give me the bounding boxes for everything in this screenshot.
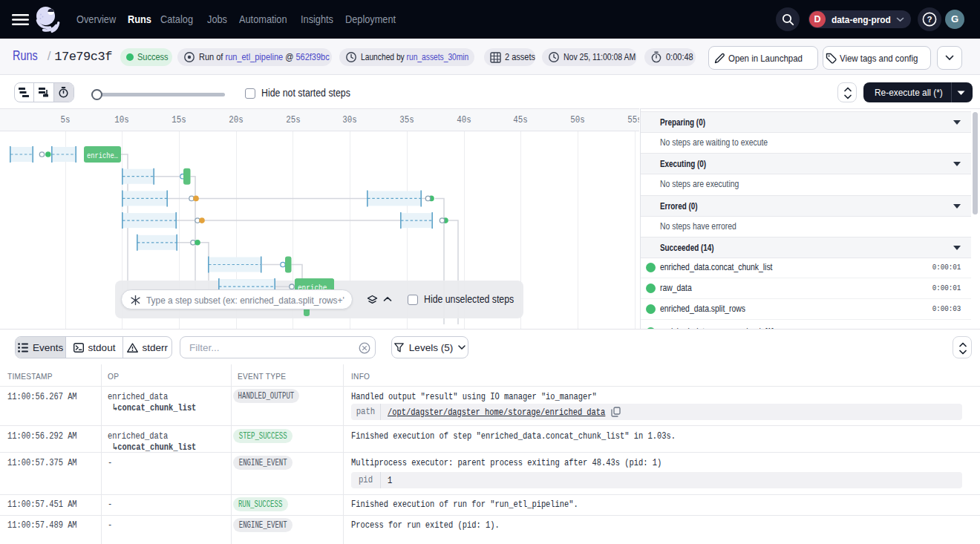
svg-text:enriche…: enriche… xyxy=(87,151,118,160)
svg-text:?: ? xyxy=(927,15,932,24)
